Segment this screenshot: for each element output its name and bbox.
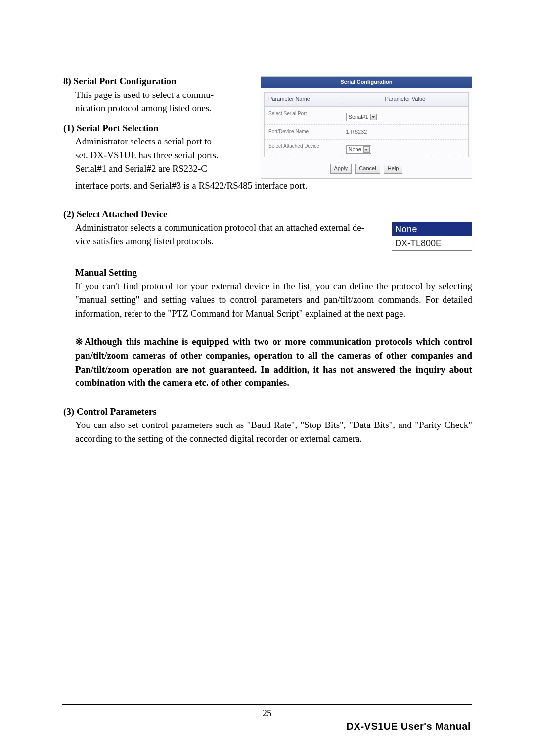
footer-rule xyxy=(62,704,472,705)
param-header: Parameter Name Parameter Value xyxy=(264,92,469,107)
param-row-port-device: Port/Device Name 1.RS232 xyxy=(264,125,469,140)
chevron-down-icon xyxy=(363,146,370,153)
manual-setting-title: Manual Setting xyxy=(75,266,472,280)
param-header-value: Parameter Value xyxy=(342,93,468,106)
compat-note: ※Although this machine is equipped with … xyxy=(63,335,472,389)
help-button[interactable]: Help xyxy=(384,164,403,174)
panel-buttons: Apply Cancel Help xyxy=(261,157,472,178)
select-attached-device[interactable]: None xyxy=(346,145,371,154)
param-label: Port/Device Name xyxy=(265,125,342,139)
param-label: Select Attached Device xyxy=(265,140,342,157)
page-number: 25 xyxy=(0,707,534,720)
sub3-body: You can also set control parameters such… xyxy=(63,418,472,445)
sub3-title: (3) Control Parameters xyxy=(63,405,472,419)
param-header-name: Parameter Name xyxy=(265,93,342,106)
device-dropdown-option: DX-TL800E xyxy=(392,236,472,250)
chevron-down-icon xyxy=(370,114,377,120)
param-row-attached-device: Select Attached Device None xyxy=(264,140,469,158)
sub1-rest: interface ports, and Serial#3 is a RS422… xyxy=(63,179,472,192)
select-serial-port[interactable]: Serial#1 xyxy=(346,113,378,121)
param-row-select-serial: Select Serial Port Serial#1 xyxy=(264,107,469,125)
apply-button[interactable]: Apply xyxy=(330,164,352,174)
sub2-title: (2) Select Attached Device xyxy=(63,207,472,221)
cancel-button[interactable]: Cancel xyxy=(355,164,380,174)
panel-title: Serial Configuration xyxy=(261,77,472,88)
select-serial-port-value: Serial#1 xyxy=(349,113,368,121)
param-label: Select Serial Port xyxy=(265,107,342,125)
device-dropdown-selected: None xyxy=(392,222,472,236)
device-dropdown[interactable]: None DX-TL800E xyxy=(392,222,472,251)
port-device-value: 1.RS232 xyxy=(346,127,464,136)
manual-setting-body: If you can't find protocol for your exte… xyxy=(75,280,472,321)
select-attached-device-value: None xyxy=(349,146,361,154)
serial-config-panel: Serial Configuration Parameter Name Para… xyxy=(261,76,472,179)
manual-label: DX-VS1UE User's Manual xyxy=(347,719,471,734)
